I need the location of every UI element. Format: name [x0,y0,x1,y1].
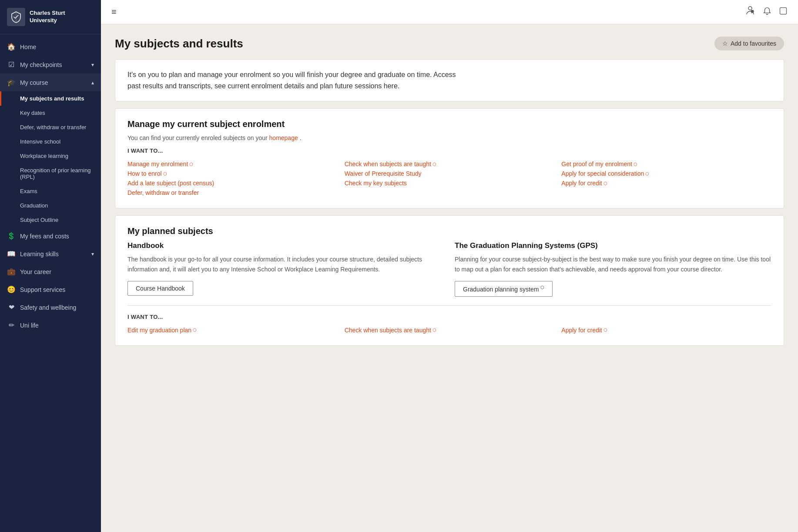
profile-icon[interactable]: ★ [745,6,755,18]
i-want-label-2: I WANT TO... [127,314,771,320]
sidebar-item-safety-label: Safety and wellbeing [20,304,94,311]
course-sub-nav: My subjects and results Key dates Defer,… [0,91,101,227]
course-handbook-button[interactable]: Course Handbook [127,281,193,296]
link-waiver-prerequisite[interactable]: Waiver of Prerequisite Study [345,169,555,178]
page-title: My subjects and results [115,37,243,50]
ext-icon: ⬡ [604,181,607,186]
square-icon[interactable] [779,7,788,17]
link-check-key-subjects[interactable]: Check my key subjects [345,178,555,188]
gps-title: The Graduation Planning Systems (GPS) [455,241,771,250]
ext-icon: ⬡ [645,171,649,176]
info-card: It's on you to plan and manage your enro… [115,59,784,101]
sidebar-item-home[interactable]: 🏠 Home [0,38,101,56]
sidebar-item-safety[interactable]: ❤ Safety and wellbeing [0,298,101,316]
link-text: Check my key subjects [345,180,407,187]
content-area: My subjects and results ☆ Add to favouri… [101,24,798,532]
sidebar-item-my-course-label: My course [20,79,87,86]
link-edit-graduation-plan[interactable]: Edit my graduation plan⬡ [127,325,338,335]
handbook-desc: The handbook is your go-to for all your … [127,254,444,274]
add-favourites-label: Add to favourites [731,40,776,47]
gps-section: The Graduation Planning Systems (GPS) Pl… [455,241,771,296]
sidebar-item-exams-label: Exams [20,188,37,194]
handbook-section: Handbook The handbook is your go-to for … [127,241,444,296]
link-get-proof-enrolment[interactable]: Get proof of my enrolment⬡ [561,159,771,169]
link-text: Apply for credit [561,327,602,334]
sidebar-item-subject-outline[interactable]: Subject Outline [0,213,101,227]
link-check-subjects-taught-2[interactable]: Check when subjects are taught⬡ [345,325,555,335]
link-text: Defer, withdraw or transfer [127,189,199,196]
homepage-link[interactable]: homepage [269,134,298,141]
graduation-planning-button[interactable]: Graduation planning system ⬡ [455,281,553,297]
link-text: Apply for special consideration [561,170,644,177]
link-apply-credit-1[interactable]: Apply for credit⬡ [561,178,771,188]
section1-title: Manage my current subject enrolment [127,119,771,129]
link-special-consideration[interactable]: Apply for special consideration⬡ [561,169,771,178]
logo-shield-icon [7,8,25,26]
section1-col-1: Manage my enrolment⬡ How to enrol⬡ Add a… [127,159,338,197]
sidebar-item-graduation-label: Graduation [20,202,48,209]
star-icon: ☆ [722,40,728,47]
topbar: ≡ ★ [101,0,798,24]
section1-links-grid: Manage my enrolment⬡ How to enrol⬡ Add a… [127,159,771,197]
link-manage-enrolment[interactable]: Manage my enrolment⬡ [127,159,338,169]
add-favourites-button[interactable]: ☆ Add to favourites [714,37,784,50]
section1-col-3: Get proof of my enrolment⬡ Apply for spe… [561,159,771,197]
sidebar-item-my-subjects[interactable]: My subjects and results [0,91,101,106]
sidebar-item-support-label: Support services [20,286,94,293]
topbar-left: ≡ [111,7,117,17]
info-text-1: It's on you to plan and manage your enro… [127,71,456,78]
link-text: Get proof of my enrolment [561,161,632,167]
main-area: ≡ ★ [101,0,798,532]
section1-subtitle-end: . [300,134,302,141]
fees-icon: 💲 [7,232,16,240]
support-icon: 😊 [7,285,16,294]
info-text-2: past results and transcripts, see curren… [127,82,399,90]
sidebar-item-graduation[interactable]: Graduation [0,198,101,213]
sidebar-item-key-dates-label: Key dates [20,110,45,116]
sidebar-item-outline-label: Subject Outline [20,217,58,223]
sidebar-item-workplace-learning[interactable]: Workplace learning [0,149,101,163]
sidebar-item-home-label: Home [20,43,94,50]
sidebar-item-fees[interactable]: 💲 My fees and costs [0,227,101,245]
sidebar-item-checkpoints[interactable]: ☑ My checkpoints ▾ [0,56,101,74]
bell-icon[interactable] [762,6,772,18]
sidebar-item-defer-label: Defer, withdraw or transfer [20,124,86,130]
sidebar-item-workplace-label: Workplace learning [20,153,68,159]
ext-icon: ⬡ [433,162,436,167]
link-text: How to enrol [127,170,162,177]
manage-enrolment-card: Manage my current subject enrolment You … [115,108,784,208]
sidebar-item-career[interactable]: 💼 Your career [0,263,101,281]
planned-grid: Handbook The handbook is your go-to for … [127,241,771,296]
link-add-late-subject[interactable]: Add a late subject (post census) [127,178,338,188]
sidebar-item-defer-withdraw[interactable]: Defer, withdraw or transfer [0,120,101,134]
sidebar-nav: 🏠 Home ☑ My checkpoints ▾ 🎓 My course ▴ … [0,34,101,532]
handbook-title: Handbook [127,241,444,250]
sidebar-item-support[interactable]: 😊 Support services [0,281,101,298]
ext-icon: ⬡ [634,162,637,167]
link-defer-withdraw[interactable]: Defer, withdraw or transfer [127,188,338,197]
gps-desc: Planning for your course subject-by-subj… [455,254,771,274]
sidebar-item-key-dates[interactable]: Key dates [0,106,101,120]
sidebar-item-fees-label: My fees and costs [20,233,94,240]
sidebar-item-intensive-school[interactable]: Intensive school [0,134,101,149]
uni-life-icon: ✏ [7,321,16,329]
checkpoints-icon: ☑ [7,60,16,69]
link-text: Manage my enrolment [127,161,188,167]
sidebar-item-career-label: Your career [20,268,94,275]
link-text: Add a late subject (post census) [127,180,214,187]
sidebar-item-learning-skills[interactable]: 📖 Learning skills ▾ [0,245,101,263]
learning-icon: 📖 [7,250,16,258]
sidebar-item-exams[interactable]: Exams [0,184,101,198]
sidebar-item-intensive-label: Intensive school [20,138,60,145]
section2-col-2: Check when subjects are taught⬡ [345,325,555,335]
link-apply-credit-2[interactable]: Apply for credit⬡ [561,325,771,335]
link-how-to-enrol[interactable]: How to enrol⬡ [127,169,338,178]
home-icon: 🏠 [7,43,16,51]
link-check-subjects-taught[interactable]: Check when subjects are taught⬡ [345,159,555,169]
sidebar-item-uni-life[interactable]: ✏ Uni life [0,316,101,334]
sidebar-item-my-course[interactable]: 🎓 My course ▴ [0,74,101,91]
hamburger-menu-icon[interactable]: ≡ [111,7,117,17]
ext-icon: ⬡ [193,328,197,332]
sidebar-item-rpl[interactable]: Recognition of prior learning (RPL) [0,163,101,184]
divider [127,305,771,306]
